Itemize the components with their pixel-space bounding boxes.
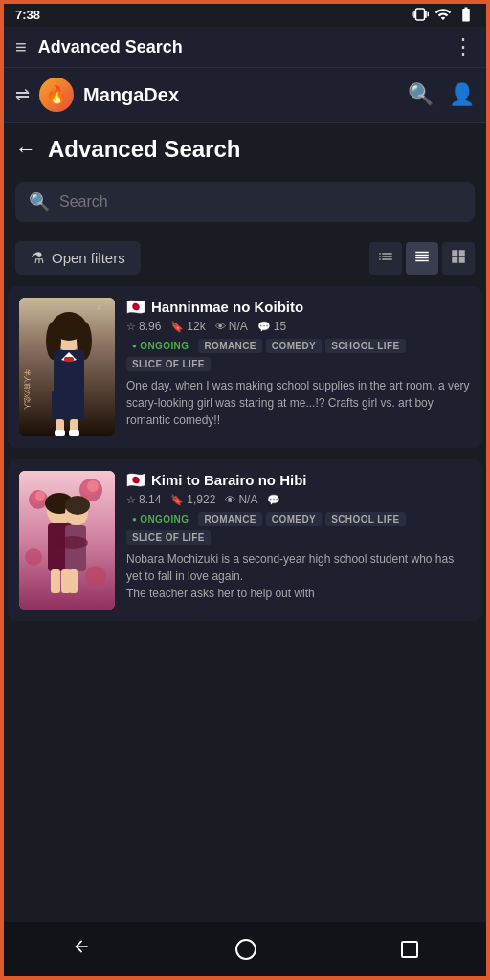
back-nav-icon [72, 937, 91, 956]
search-input[interactable] [59, 193, 461, 211]
manga-tags-2: ONGOING ROMANCE COMEDY SCHOOL LIFE SLICE… [126, 512, 471, 545]
search-box-icon: 🔍 [29, 191, 50, 212]
mangadex-header: ⇌ 🔥 MangaDex 🔍 👤 [0, 68, 490, 122]
views-1: 👁 N/A [215, 320, 248, 333]
tag-comedy-2: COMEDY [266, 512, 322, 526]
open-filters-button[interactable]: ⚗ Open filters [15, 241, 141, 275]
svg-point-30 [57, 536, 88, 549]
svg-point-23 [85, 566, 106, 587]
tag-comedy-1: COMEDY [266, 339, 322, 353]
manga-flag-1: 🇯🇵 [126, 298, 145, 316]
search-header-icon[interactable]: 🔍 [408, 82, 434, 107]
svg-point-18 [35, 491, 45, 501]
view-options [369, 242, 475, 275]
status-time: 7:38 [15, 8, 40, 22]
home-circle-icon [235, 939, 256, 960]
mangadex-right: 🔍 👤 [408, 82, 475, 107]
star-icon-1: ☆ [126, 321, 136, 333]
manga-desc-1: One day, when I was making school suppli… [126, 377, 471, 429]
view-grid-button[interactable] [442, 242, 475, 275]
view-list-button[interactable] [369, 242, 402, 275]
bookmark-icon-2: 🔖 [170, 494, 184, 506]
app-bar: ≡ Advanced Search ⋮ [0, 27, 490, 68]
manga-info-1: 🇯🇵 Hanninmae no Koibito ☆ 8.96 🔖 12k 👁 N… [126, 298, 471, 436]
search-container: 🔍 [0, 172, 490, 234]
svg-point-22 [25, 548, 42, 566]
mangadex-brand-name: MangaDex [83, 84, 179, 106]
manga-tags-1: ONGOING ROMANCE COMEDY SCHOOL LIFE SLICE… [126, 339, 471, 371]
manga-info-2: 🇯🇵 Kimi to Barairo no Hibi ☆ 8.14 🔖 1,92… [126, 471, 471, 610]
list-view-icon [377, 248, 394, 265]
tag-romance-1: ROMANCE [198, 339, 261, 353]
filters-bar: ⚗ Open filters [0, 234, 490, 286]
manga-title-row-2: 🇯🇵 Kimi to Barairo no Hibi [126, 471, 471, 489]
mangadex-left: ⇌ 🔥 MangaDex [15, 78, 179, 112]
manga-title-2: Kimi to Barairo no Hibi [151, 472, 307, 488]
svg-rect-8 [52, 391, 84, 420]
comment-icon-2: 💬 [267, 494, 280, 506]
manga-cover-1: 半人前の恋人 2 [19, 298, 115, 436]
nav-back-button[interactable] [53, 931, 110, 967]
comments-2: 💬 [267, 494, 280, 506]
wifi-icon [434, 6, 452, 23]
manga-top-2: 🇯🇵 Kimi to Barairo no Hibi ☆ 8.14 🔖 1,92… [19, 471, 471, 610]
svg-rect-31 [51, 569, 60, 593]
manga-title-1: Hanninmae no Koibito [151, 299, 303, 315]
comment-icon-1: 💬 [257, 321, 271, 333]
hamburger-icon[interactable]: ≡ [15, 36, 27, 58]
tag-romance-2: ROMANCE [198, 512, 261, 526]
filter-funnel-icon: ⚗ [31, 249, 44, 267]
bookmarks-2: 🔖 1,922 [170, 493, 215, 506]
manga-card-2[interactable]: 🇯🇵 Kimi to Barairo no Hibi ☆ 8.14 🔖 1,92… [8, 459, 482, 621]
eye-icon-2: 👁 [225, 494, 235, 505]
tag-schoollife-2: SCHOOL LIFE [325, 512, 405, 526]
back-button[interactable]: ← [15, 137, 36, 162]
status-bar: 7:38 [0, 0, 490, 27]
eye-icon-1: 👁 [215, 321, 226, 332]
manga-title-row-1: 🇯🇵 Hanninmae no Koibito [126, 298, 471, 316]
recent-square-icon [401, 941, 418, 958]
views-2: 👁 N/A [225, 493, 257, 506]
menu-dots-icon[interactable]: ⋮ [453, 34, 475, 59]
svg-rect-33 [69, 569, 78, 593]
grid-view-icon [450, 248, 467, 265]
user-profile-icon[interactable]: 👤 [449, 82, 475, 107]
svg-text:半人前の恋人: 半人前の恋人 [23, 369, 31, 410]
rating-2: ☆ 8.14 [126, 493, 161, 506]
search-box: 🔍 [15, 182, 475, 222]
manga-card-1[interactable]: 半人前の恋人 2 🇯🇵 Hanninmae no Koibito ☆ 8.96 … [8, 286, 482, 448]
manga-stats-2: ☆ 8.14 🔖 1,922 👁 N/A 💬 [126, 493, 471, 506]
manga-top-1: 半人前の恋人 2 🇯🇵 Hanninmae no Koibito ☆ 8.96 … [19, 298, 471, 436]
page-title-bar: ← Advanced Search [0, 122, 490, 172]
bookmark-icon-1: 🔖 [170, 321, 184, 333]
battery-icon [457, 6, 475, 23]
tag-ongoing-1: ONGOING [126, 339, 194, 353]
manga-flag-2: 🇯🇵 [126, 471, 145, 489]
tag-schoollife-1: SCHOOL LIFE [325, 339, 405, 353]
bookmarks-1: 🔖 12k [170, 320, 205, 333]
vibrate-icon [412, 6, 429, 23]
svg-point-21 [87, 480, 99, 492]
svg-rect-11 [55, 430, 65, 436]
tag-ongoing-2: ONGOING [126, 512, 194, 526]
status-icons [412, 6, 475, 23]
bottom-nav [0, 922, 490, 980]
compact-view-icon [413, 248, 431, 265]
nav-recent-button[interactable] [382, 935, 437, 964]
view-compact-button[interactable] [406, 242, 438, 275]
manga-cover-2 [19, 471, 115, 610]
rating-1: ☆ 8.96 [126, 320, 161, 333]
app-bar-left: ≡ Advanced Search [15, 36, 183, 58]
page-title: Advanced Search [48, 136, 240, 163]
manga-desc-2: Nobara Mochizuki is a second-year high s… [126, 550, 471, 602]
comments-1: 💬 15 [257, 320, 286, 333]
filter-icon[interactable]: ⇌ [15, 84, 30, 105]
svg-rect-7 [64, 357, 74, 362]
manga-stats-1: ☆ 8.96 🔖 12k 👁 N/A 💬 15 [126, 320, 471, 333]
mangadex-logo: 🔥 [39, 78, 74, 112]
svg-rect-12 [69, 430, 79, 436]
open-filters-label: Open filters [52, 250, 125, 266]
nav-home-button[interactable] [216, 933, 276, 966]
app-bar-title: Advanced Search [38, 37, 183, 57]
tag-sliceoflife-1: SLICE OF LIFE [126, 357, 211, 371]
